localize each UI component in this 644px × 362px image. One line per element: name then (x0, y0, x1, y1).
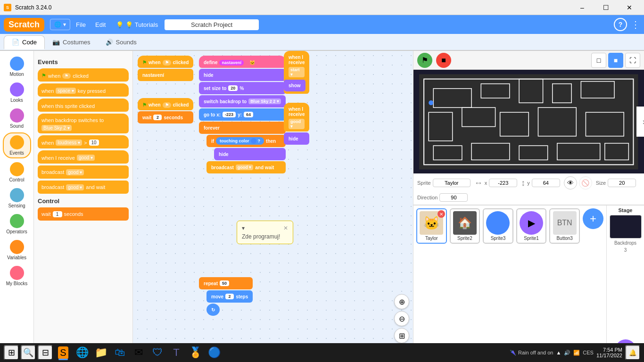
show-button[interactable]: 👁 (564, 176, 577, 189)
zoom-out-button[interactable]: ⊖ (394, 311, 409, 326)
script-hide[interactable]: hide (199, 69, 286, 81)
time-block[interactable]: 7:54 PM 11/17/2022 (596, 347, 622, 358)
project-name-input[interactable] (165, 19, 259, 30)
sprite-2[interactable]: 🏠 Sprite2 (450, 208, 480, 244)
script-area[interactable]: ⚑ when ⚑ clicked nastavení ⚑ when ⚑ clic… (133, 51, 413, 362)
taskbar-explorer-app[interactable]: 📁 (92, 344, 109, 361)
edit-menu[interactable]: Edit (91, 19, 109, 30)
script-forever[interactable]: forever (199, 122, 286, 134)
script-when-flag-clicked-1[interactable]: ⚑ when ⚑ clicked (138, 56, 193, 68)
block-when-i-receive[interactable]: when I receive good ▾ (38, 150, 129, 164)
file-menu[interactable]: File (72, 19, 90, 30)
script-nastaveni[interactable]: nastavení (138, 69, 193, 81)
script-switch-backdrop[interactable]: switch backdrop to Blue Sky 2 2 ▾ (199, 95, 286, 107)
block-when-key-pressed[interactable]: when space ▾ key pressed (38, 83, 129, 97)
note-close-button[interactable]: ✕ (283, 225, 288, 231)
stage-next-arrow[interactable]: › (636, 107, 644, 137)
hide-button[interactable]: 🚫 (579, 176, 592, 189)
taskbar-edge-app[interactable]: 🌐 (74, 344, 91, 361)
maximize-button[interactable]: ☐ (595, 0, 617, 15)
script-move-2-steps[interactable]: move 2 steps (206, 290, 253, 303)
minimize-button[interactable]: – (571, 0, 593, 15)
category-looks[interactable]: Looks (3, 81, 31, 105)
tray-icons: ▲ 🔊 📶 (556, 350, 580, 356)
block-when-sprite-clicked[interactable]: when this sprite clicked (38, 99, 129, 112)
zoom-in-button[interactable]: ⊕ (394, 294, 409, 309)
green-flag-button[interactable]: ⚑ (417, 53, 432, 68)
size-input[interactable] (608, 179, 636, 187)
category-motion[interactable]: Motion (3, 55, 31, 79)
script-broadcast-good-wait[interactable]: broadcast good ▾ and wait (206, 161, 286, 173)
taskbar-security-app[interactable]: 🛡 (149, 344, 166, 361)
sprite-1[interactable]: ▶ Sprite1 (516, 208, 547, 244)
large-stage-button[interactable]: ■ (608, 53, 623, 68)
backdrops-count: 3 (624, 247, 627, 253)
y-input[interactable] (532, 179, 560, 187)
sprite-name-input[interactable] (433, 179, 471, 187)
size-group: Size (596, 179, 636, 187)
script-set-size[interactable]: set size to 20 % (199, 82, 286, 94)
sprite-button3[interactable]: BTN Button3 (549, 208, 580, 244)
x-input[interactable] (489, 179, 517, 187)
script-group-1: ⚑ when ⚑ clicked nastavení (138, 56, 193, 82)
tab-sounds[interactable]: 🔊 Sounds (98, 36, 144, 49)
small-stage-button[interactable]: □ (591, 53, 606, 68)
sprite-taylor[interactable]: ✕ 🐱 Taylor (416, 208, 447, 244)
taskbar-teams-app[interactable]: T (168, 344, 185, 361)
close-button[interactable]: ✕ (619, 0, 640, 15)
script-goto[interactable]: go to x: -223 y: 64 (199, 108, 286, 121)
script-define-nastaveni[interactable]: define nastavení 🐱 (199, 56, 286, 68)
script-show-center[interactable]: show (284, 79, 305, 91)
block-when-backdrop-switches[interactable]: when backdrop switches to Blue Sky 2 ▾ (38, 114, 129, 133)
category-control[interactable]: Control (3, 160, 31, 184)
script-receive-start[interactable]: when I receive start ▾ (284, 51, 309, 80)
sprite-3[interactable]: Sprite3 (483, 208, 513, 244)
taskbar-chrome-app[interactable]: 🔵 (206, 344, 223, 361)
help-button[interactable]: ? (614, 18, 627, 31)
globe-button[interactable]: 🌐 ▾ (50, 19, 70, 30)
script-turn[interactable]: ↻ (206, 304, 220, 316)
block-when-flag-clicked[interactable]: ⚑ when ⚑ clicked (38, 68, 129, 82)
taskbar-mail-app[interactable]: ✉ (130, 344, 147, 361)
sprite-taylor-delete[interactable]: ✕ (438, 210, 445, 218)
category-variables[interactable]: Variables (3, 238, 31, 262)
script-receive-good-2[interactable]: when I receive good ▾ (284, 103, 309, 132)
notification-button[interactable]: 🔔 (625, 345, 640, 360)
weather-widget[interactable]: 🌂 Rain off and on (510, 350, 553, 356)
script-repeat-50[interactable]: repeat 50 (199, 277, 253, 289)
taskbar-store-app[interactable]: 🛍 (111, 344, 128, 361)
script-if-touching[interactable]: if touching color ? then (206, 135, 286, 147)
script-wait-2[interactable]: wait 2 seconds (138, 111, 193, 123)
script-hide-2[interactable]: hide (284, 132, 309, 145)
category-operators[interactable]: Operators (3, 212, 31, 236)
script-define-group: define nastavení 🐱 hide set size to 20 %… (199, 56, 286, 174)
fullscreen-button[interactable]: ⛶ (625, 53, 640, 68)
stage-mini-thumbnail[interactable] (610, 215, 642, 239)
category-events[interactable]: Events (3, 132, 31, 158)
start-button[interactable]: ⊞ (4, 345, 19, 360)
category-sensing[interactable]: Sensing (3, 186, 31, 210)
task-view-button[interactable]: ⊟ (38, 345, 53, 360)
add-sprite-button[interactable]: + (583, 208, 603, 229)
script-when-flag-clicked-2[interactable]: ⚑ when ⚑ clicked (138, 98, 193, 110)
script-hide-inner[interactable]: hide (214, 148, 286, 160)
menubar: Scratch 🌐 ▾ File Edit 💡 💡 Tutorials ? ⋮ (0, 15, 644, 34)
taskbar-scratch-app[interactable]: S (55, 344, 72, 361)
taskbar-badge-app[interactable]: 🏅 (187, 344, 204, 361)
search-button[interactable]: 🔍 (21, 345, 36, 360)
tab-code[interactable]: 📄 Code (4, 35, 45, 49)
block-broadcast-and-wait[interactable]: broadcast good ▾ and wait (38, 181, 129, 194)
block-wait[interactable]: wait 1 seconds (38, 207, 129, 221)
category-sound[interactable]: Sound (3, 107, 31, 131)
tab-costumes[interactable]: 📷 Costumes (45, 36, 98, 49)
block-broadcast[interactable]: broadcast good ▾ (38, 165, 129, 179)
block-when-loudness[interactable]: when loudness ▾ > 10 (38, 135, 129, 148)
category-myblocks[interactable]: My Blocks (3, 264, 31, 288)
kebab-menu-button[interactable]: ⋮ (631, 19, 640, 30)
stop-button[interactable]: ■ (436, 53, 451, 68)
stage-view-buttons: □ ■ ⛶ (591, 53, 640, 68)
sprite-name-group: Sprite (417, 179, 471, 187)
fit-button[interactable]: ⊞ (394, 328, 409, 343)
tutorials-button[interactable]: 💡 💡 Tutorials (111, 19, 163, 30)
direction-input[interactable] (439, 193, 468, 202)
